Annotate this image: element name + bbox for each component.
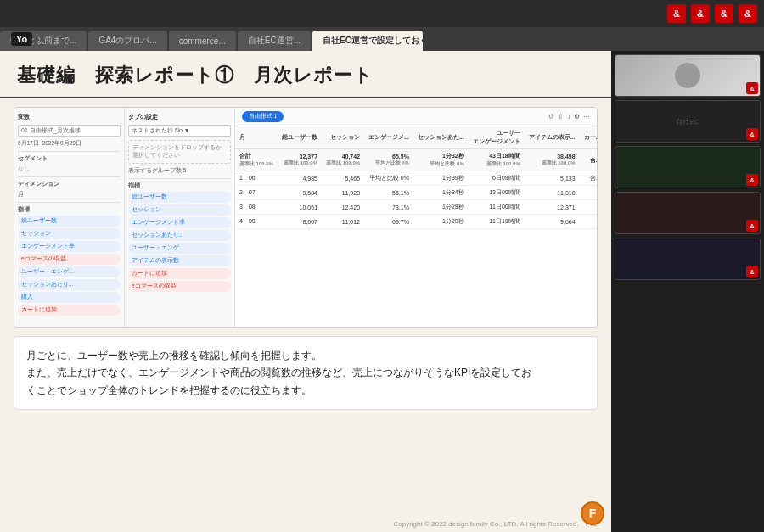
tab-2[interactable]: commerce... [169, 31, 236, 51]
row3-users: 10,061 [278, 200, 322, 215]
middle-tab-label: タブの設定 [128, 113, 231, 121]
ga4-data-table: 月 総ユーザー数 セッション エンゲージメ... セッションあた... ユーザー… [235, 126, 597, 229]
sidebar-metrics-label: 指標 [18, 202, 121, 214]
bottom-text-line-3: くことでショップ全体のトレンドを把握するのに役立ちます。 [26, 382, 585, 399]
row4-sessions: 11,012 [322, 215, 364, 229]
main-slide: 基礎編 探索レポート① 月次レポート 変数 01 自由形式_月次推移 6月17日… [0, 51, 611, 532]
amp-badge-3: & [746, 174, 758, 186]
ga4-main-table-area: 自由形式 1 ↺ ⇧ ↓ ⚙ ⋯ 月 総ユーザー数 セッション エンゲージメ..… [235, 108, 597, 327]
metric-chip-3[interactable]: eコマースの収益 [18, 254, 121, 265]
presenter-video-thumb-3: & [615, 146, 761, 188]
amp-logo-2: & [691, 4, 710, 23]
toolbar-download-icon[interactable]: ↓ [567, 113, 570, 120]
ga4-toolbar: 自由形式 1 ↺ ⇧ ↓ ⚙ ⋯ [235, 108, 597, 126]
amp-logo-1: & [667, 4, 686, 23]
middle-metrics-label: 指標 [128, 178, 231, 190]
middle-metric-0[interactable]: 総ユーザー数 [128, 192, 231, 203]
metric-chip-6[interactable]: 購入 [18, 292, 121, 303]
middle-metric-5[interactable]: アイテムの表示数 [128, 255, 231, 266]
row4-users: 8,607 [278, 215, 322, 229]
ga4-middle-panel: タブの設定 ネストされた行 No ▼ ディメンションをドロップするか選択してくだ… [125, 108, 235, 327]
metric-chip-7[interactable]: カートに追加 [18, 305, 121, 316]
row2-sessions: 11,923 [322, 186, 364, 200]
thumb-label-2: 自社EC [676, 117, 699, 126]
table-row-total: 合計 基準比 100.0% 32,377 基準比 100.0% 40,742 基… [235, 149, 597, 171]
total-per-session: 1分32秒 平均と比較 0% [413, 149, 469, 171]
middle-group-label: 表示するグループ数 5 [128, 167, 231, 175]
amp-badge-2: & [746, 128, 758, 140]
row4-month: 4 09 [235, 215, 278, 229]
bottom-text-box: 月ごとに、ユーザー数や売上の推移を確認し傾向を把握します。 また、売上だけでなく… [14, 336, 598, 410]
toolbar-tab-pill[interactable]: 自由形式 1 [242, 111, 284, 122]
total-items: 38,498 基準比 100.0% [525, 149, 580, 171]
total-engagement: 65.5% 平均と比較 0% [364, 149, 413, 171]
metric-chip-5[interactable]: セッションあたり... [18, 279, 121, 290]
middle-metric-7[interactable]: eコマースの収益 [128, 281, 231, 292]
middle-metric-2[interactable]: エンゲージメント率 [128, 217, 231, 228]
row2-user-engagement: 13日00時間 [469, 186, 525, 200]
presenter-video-thumb-2: 自社EC & [615, 100, 761, 143]
middle-metric-4[interactable]: ユーザー・エンゲ... [128, 243, 231, 254]
middle-metric-6[interactable]: カートに追加 [128, 268, 231, 279]
amp-logo-3: & [715, 4, 733, 23]
metric-chip-2[interactable]: エンゲージメント率 [18, 241, 121, 252]
row4-engagement: 69.7% [364, 215, 413, 229]
sidebar-date: 6月17日~2022年9月29日 [18, 140, 81, 148]
tab-1[interactable]: GA4のプロパ... [88, 31, 166, 51]
presenter-video-thumb-4: & [615, 192, 761, 234]
middle-row-input[interactable]: ネストされた行 No ▼ [128, 125, 231, 137]
row1-per-session: 1分39秒 [413, 171, 469, 186]
total-label: 合計 基準比 100.0% [235, 149, 278, 171]
metric-chip-0[interactable]: 総ユーザー数 [18, 216, 121, 227]
row2-engagement: 56.1% [364, 186, 413, 200]
amp-badge-4: & [746, 220, 758, 232]
tab-3[interactable]: 自社EC運営... [238, 31, 311, 51]
middle-col-drop[interactable]: ディメンションをドロップするか選択してください [128, 140, 231, 164]
toolbar-actions: ↺ ⇧ ↓ ⚙ ⋯ [548, 113, 590, 120]
middle-metric-1[interactable]: セッション [128, 204, 231, 216]
total-cart: 合... [580, 149, 597, 171]
tab-4[interactable]: 自社EC運営で設定しておくとよい探索レポート... [312, 31, 423, 51]
metric-chip-4[interactable]: ユーザー・エンゲ... [18, 266, 121, 277]
row1-users: 4,985 [278, 171, 322, 186]
row3-cart [580, 200, 597, 215]
row2-per-session: 1分34秒 [413, 186, 469, 200]
presenter-video-thumb-5: & [615, 238, 761, 280]
table-row: 4 09 8,607 11,012 69.7% 1分29秒 11日10時間 9,… [235, 215, 597, 229]
sidebar-name-input[interactable]: 01 自由形式_月次推移 [18, 125, 121, 137]
bottom-text-line-1: 月ごとに、ユーザー数や売上の推移を確認し傾向を把握します。 [26, 347, 585, 364]
slide-title: 基礎編 探索レポート① 月次レポート [17, 64, 374, 86]
col-header-sessions: セッション [322, 126, 364, 149]
row1-month: 1 06 [235, 171, 278, 186]
col-header-engagement: エンゲージメ... [364, 126, 413, 149]
amp-logo-4: & [739, 4, 757, 23]
ga4-dashboard: 変数 01 自由形式_月次推移 6月17日~2022年9月29日 セグメント な… [14, 107, 598, 328]
sidebar-dimension-label: ディメンション [18, 176, 121, 188]
table-row: 3 08 10,061 12,420 73.1% 1分29秒 11日00時間 1… [235, 200, 597, 215]
row4-per-session: 1分29秒 [413, 215, 469, 229]
bottom-text-line-2: また、売上だけでなく、エンゲージメントや商品の閲覧数の推移など、売上につながりそ… [26, 364, 585, 381]
col-header-user-engagement: ユーザーエンゲージメント [469, 126, 525, 149]
sidebar-dimension-value: 月 [18, 190, 121, 199]
toolbar-refresh-icon[interactable]: ↺ [548, 113, 554, 120]
slide-footer: Copyright © 2022 design family Co., LTD.… [393, 519, 598, 529]
col-header-items: アイテムの表示... [525, 126, 580, 149]
toolbar-more-icon[interactable]: ⋯ [583, 113, 590, 120]
metric-chip-1[interactable]: セッション [18, 228, 121, 239]
toolbar-share-icon[interactable]: ⇧ [558, 113, 564, 120]
row1-sessions: 5,465 [322, 171, 364, 186]
sidebar-date-row: 6月17日~2022年9月29日 [18, 140, 121, 148]
toolbar-settings-icon[interactable]: ⚙ [574, 113, 580, 120]
row2-cart [580, 186, 597, 200]
presenter-video-thumb-1: & [615, 54, 761, 97]
row3-items: 12,371 [525, 200, 580, 215]
middle-metric-3[interactable]: セッションあたり... [128, 230, 231, 241]
sidebar-segment-value: なし [18, 165, 121, 173]
col-header-users: 総ユーザー数 [278, 126, 322, 149]
row3-sessions: 12,420 [322, 200, 364, 215]
total-users: 32,377 基準比 100.0% [278, 149, 322, 171]
col-header-month: 月 [235, 126, 278, 149]
total-user-engagement: 43日18時間 基準比 100.0% [469, 149, 525, 171]
f-logo: F [581, 501, 604, 525]
total-sessions: 40,742 基準比 100.0% [322, 149, 364, 171]
